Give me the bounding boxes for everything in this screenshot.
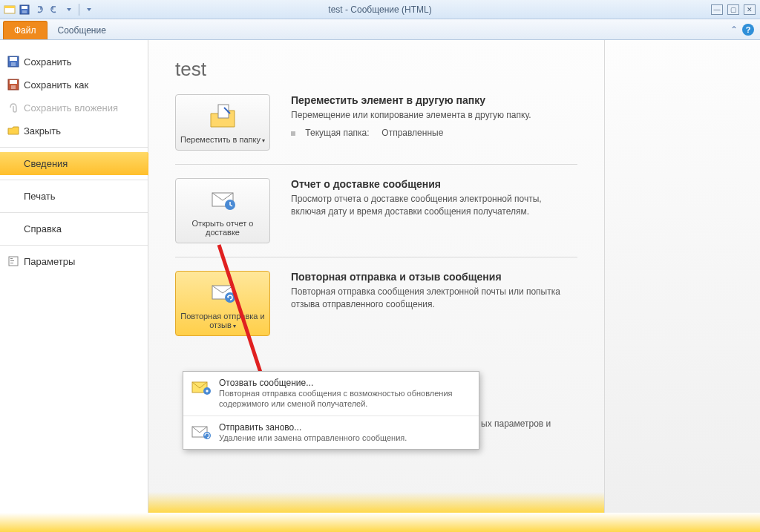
partial-obscured-text: ых параметров и [481,418,551,429]
title-bar: test - Сообщение (HTML) — ▢ ✕ [0,0,760,19]
sidebar-close[interactable]: Закрыть [0,119,148,142]
sidebar-label: Сохранить вложения [24,102,118,114]
sidebar-options[interactable]: Параметры [0,250,148,273]
sidebar-help[interactable]: Справка [0,217,148,240]
current-folder-row: Текущая папка: Отправленные [291,128,577,138]
sidebar-print[interactable]: Печать [0,185,148,208]
report-icon [208,186,238,214]
sidebar-save-as[interactable]: Сохранить как [0,73,148,96]
separator [0,212,148,213]
close-folder-icon [7,125,19,137]
separator [0,180,148,180]
message-tab[interactable]: Сообщение [48,22,117,39]
resend-icon [191,424,212,440]
save-icon[interactable] [18,3,31,16]
app-icon [3,3,16,16]
window-title: test - Сообщение (HTML) [328,4,431,15]
section-move-to-folder: Переместить в папку▾ Переместить элемент… [175,94,577,151]
folder-move-icon [208,102,238,131]
dropdown-indicator: ▾ [233,323,236,329]
sidebar-label: Сведения [24,158,68,169]
window-bottom-glow [0,513,760,532]
sidebar-label: Сохранить [24,56,72,68]
close-button[interactable]: ✕ [744,4,756,15]
sidebar-label: Параметры [24,256,75,267]
undo-icon[interactable] [33,3,46,16]
menu-title: Отправить заново... [219,422,407,433]
resend-icon [208,279,238,307]
svg-rect-9 [10,80,17,84]
svg-rect-14 [10,263,13,263]
menu-title: Отозвать сообщение... [219,378,471,388]
dropdown-indicator: ▾ [262,137,265,144]
menu-text: Отозвать сообщение... Повторная отправка… [219,378,471,410]
section-description: Отчет о доставке сообщения Просмотр отче… [291,178,577,218]
svg-rect-3 [22,6,27,9]
ribbon-bar: Файл Сообщение ⌃ ? [0,19,760,40]
sidebar-save-attachments: Сохранить вложения [0,96,148,119]
menu-desc: Удаление или замена отправленного сообще… [219,433,407,443]
sidebar-label: Печать [24,191,56,202]
save-as-icon [7,79,19,91]
svg-rect-6 [10,57,17,61]
section-heading: Переместить элемент в другую папку [291,94,577,106]
svg-rect-10 [11,85,16,89]
separator [175,257,577,257]
section-text: Перемещение или копирование элемента в д… [291,109,577,122]
minimize-button[interactable]: — [711,4,723,15]
menu-recall-message[interactable]: Отозвать сообщение... Повторная отправка… [183,372,479,416]
attachment-icon [7,102,19,114]
preview-pane [604,40,760,513]
save-icon [7,56,19,68]
resend-recall-menu: Отозвать сообщение... Повторная отправка… [183,371,479,450]
sidebar-save[interactable]: Сохранить [0,50,148,73]
button-label: Открыть отчет о доставке [180,219,265,237]
move-to-folder-button[interactable]: Переместить в папку▾ [175,94,270,151]
separator [0,147,148,148]
separator [175,164,577,165]
svg-point-19 [225,292,235,303]
section-description: Переместить элемент в другую папку Перем… [291,94,577,138]
redo-icon[interactable] [48,3,61,16]
svg-rect-1 [4,6,15,8]
separator [0,245,148,246]
qat-more-icon[interactable] [82,3,96,16]
section-delivery-report: Открыть отчет о доставке Отчет о доставк… [175,178,577,243]
recall-icon [191,379,212,395]
maximize-button[interactable]: ▢ [727,4,739,15]
svg-rect-12 [10,258,13,259]
meta-label: Текущая папка: [305,128,369,138]
section-text: Просмотр отчета о доставке сообщения эле… [291,193,577,218]
section-heading: Повторная отправка и отзыв сообщения [291,271,577,283]
button-label: Повторная отправка и отзыв [180,312,264,329]
bottom-glow [148,492,604,513]
meta-value: Отправленные [381,128,443,138]
button-label: Переместить в папку [180,135,261,144]
section-heading: Отчет о доставке сообщения [291,178,577,190]
quick-access-toolbar [0,3,96,16]
ribbon-min-icon[interactable]: ⌃ [730,24,738,35]
svg-rect-7 [11,62,16,66]
file-tab[interactable]: Файл [3,21,48,39]
sidebar-label: Сохранить как [24,79,88,91]
bullet-icon [291,131,295,136]
resend-recall-button[interactable]: Повторная отправка и отзыв▾ [175,271,270,336]
section-resend-recall: Повторная отправка и отзыв▾ Повторная от… [175,271,577,336]
menu-desc: Повторная отправка сообщения с возможнос… [219,388,471,410]
backstage-sidebar: Сохранить Сохранить как Сохранить вложен… [0,40,148,513]
separator [79,4,79,16]
window-controls: — ▢ ✕ [711,4,760,15]
section-text: Повторная отправка сообщения электронной… [291,286,577,311]
section-description: Повторная отправка и отзыв сообщения Пов… [291,271,577,311]
options-icon [7,255,19,267]
sidebar-info[interactable]: Сведения [0,152,148,175]
page-title: test [175,58,577,81]
sidebar-label: Закрыть [24,125,61,137]
menu-text: Отправить заново... Удаление или замена … [219,422,407,443]
qat-dropdown-icon[interactable] [62,3,76,16]
svg-rect-4 [22,10,27,13]
help-icon[interactable]: ? [742,24,754,36]
menu-resend-message[interactable]: Отправить заново... Удаление или замена … [183,416,479,449]
delivery-report-button[interactable]: Открыть отчет о доставке [175,178,270,243]
svg-rect-13 [10,260,14,261]
